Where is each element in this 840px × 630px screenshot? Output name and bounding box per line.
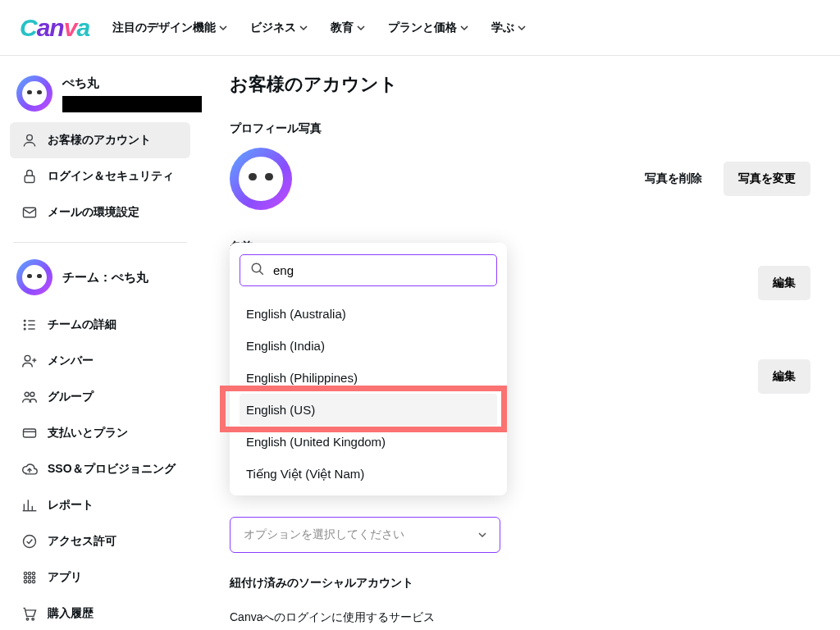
sidebar-item[interactable]: メンバー <box>10 343 190 379</box>
svg-point-13 <box>30 392 34 396</box>
sidebar-item[interactable]: アクセス許可 <box>10 523 190 559</box>
sidebar-item-label: アプリ <box>48 570 82 585</box>
svg-point-29 <box>32 580 34 582</box>
svg-point-5 <box>24 328 25 330</box>
top-nav: 注目のデザイン機能ビジネス教育プランと価格学ぶ <box>112 21 526 35</box>
sidebar-item[interactable]: 支払いとプラン <box>10 415 190 451</box>
option-select[interactable]: オプションを選択してください <box>230 517 500 553</box>
chevron-down-icon <box>478 528 486 541</box>
redacted-bar <box>62 96 202 112</box>
sidebar-item[interactable]: お客様のアカウント <box>10 122 190 158</box>
topnav-item[interactable]: 注目のデザイン機能 <box>112 21 227 35</box>
svg-rect-14 <box>24 429 36 437</box>
svg-point-22 <box>28 572 30 574</box>
cart-icon <box>21 605 38 622</box>
sidebar-item-label: ログイン＆セキュリティ <box>48 169 174 184</box>
search-input[interactable] <box>273 263 486 277</box>
team-avatar <box>16 259 52 295</box>
sidebar-user[interactable]: ぺち丸 <box>10 71 190 122</box>
svg-point-27 <box>24 580 26 582</box>
team-label: チーム：ぺち丸 <box>62 270 148 285</box>
chevron-down-icon <box>219 21 227 34</box>
svg-point-23 <box>32 572 34 574</box>
dropdown-option[interactable]: English (US) <box>240 394 497 426</box>
cloud-icon <box>21 461 38 477</box>
change-photo-button[interactable]: 写真を変更 <box>724 162 810 196</box>
svg-point-20 <box>24 536 36 548</box>
chart-icon <box>21 497 38 514</box>
sidebar-item-label: メンバー <box>48 354 94 368</box>
sidebar-item[interactable]: 購入履歴 <box>10 596 190 630</box>
svg-point-0 <box>27 135 33 140</box>
language-dropdown: English (Australia)English (India)Englis… <box>230 243 507 495</box>
sidebar-item-label: アクセス許可 <box>48 534 116 549</box>
sidebar-item-label: 購入履歴 <box>48 606 94 621</box>
profile-photo-label: プロフィール写真 <box>230 121 810 136</box>
svg-point-24 <box>24 576 26 578</box>
topnav-item[interactable]: プランと価格 <box>388 21 468 35</box>
search-input-wrap[interactable] <box>240 254 497 286</box>
edit-name-button[interactable]: 編集 <box>758 266 810 300</box>
sidebar-item[interactable]: アプリ <box>10 559 190 596</box>
mail-icon <box>21 204 38 221</box>
canva-logo[interactable]: Canva <box>20 14 89 42</box>
card-icon <box>21 425 38 441</box>
topnav-item[interactable]: 教育 <box>331 21 365 35</box>
dropdown-option[interactable]: English (Philippines) <box>240 362 497 394</box>
sidebar-item-label: お客様のアカウント <box>48 133 151 148</box>
svg-point-9 <box>25 355 30 361</box>
sidebar: ぺち丸 お客様のアカウントログイン＆セキュリティメールの環境設定 チーム：ぺち丸… <box>0 56 200 630</box>
profile-avatar <box>230 148 292 210</box>
sidebar-team[interactable]: チーム：ぺち丸 <box>10 254 190 307</box>
sidebar-item[interactable]: ログイン＆セキュリティ <box>10 158 190 194</box>
svg-point-4 <box>24 324 25 326</box>
svg-point-32 <box>252 263 261 272</box>
dropdown-option[interactable]: English (United Kingdom) <box>240 426 497 458</box>
divider <box>13 242 187 243</box>
sidebar-item-label: グループ <box>48 390 94 404</box>
chevron-down-icon <box>460 21 468 34</box>
svg-point-31 <box>32 618 34 620</box>
topnav-item[interactable]: 学ぶ <box>491 21 526 35</box>
sidebar-item-label: 支払いとプラン <box>48 426 128 441</box>
svg-point-21 <box>24 572 26 574</box>
sidebar-item[interactable]: グループ <box>10 379 190 415</box>
dropdown-option[interactable]: Tiếng Việt (Việt Nam) <box>240 458 497 491</box>
chevron-down-icon <box>299 21 308 34</box>
lock-icon <box>21 168 38 185</box>
user-name: ぺち丸 <box>62 75 202 91</box>
search-icon <box>250 262 265 279</box>
dropdown-option[interactable]: English (Australia) <box>240 298 497 330</box>
svg-rect-1 <box>25 176 34 182</box>
top-bar: Canva 注目のデザイン機能ビジネス教育プランと価格学ぶ <box>0 0 840 56</box>
adduser-icon <box>21 353 38 369</box>
svg-point-30 <box>26 618 29 620</box>
svg-point-25 <box>28 576 30 578</box>
svg-point-26 <box>32 576 34 578</box>
check-icon <box>21 533 38 550</box>
sidebar-item-label: レポート <box>48 498 94 513</box>
svg-point-28 <box>28 580 30 582</box>
page-title: お客様のアカウント <box>230 72 810 97</box>
avatar <box>16 75 52 112</box>
main-content: お客様のアカウント プロフィール写真 写真を削除 写真を変更 名前 編集 編集 … <box>200 56 840 630</box>
sidebar-item-label: SSO＆プロビジョニング <box>48 462 176 477</box>
sidebar-item[interactable]: メールの環境設定 <box>10 194 190 231</box>
group-icon <box>21 389 38 405</box>
svg-line-33 <box>259 271 263 275</box>
topnav-item[interactable]: ビジネス <box>250 21 308 35</box>
sidebar-item[interactable]: チームの詳細 <box>10 307 190 343</box>
list-icon <box>21 317 38 333</box>
delete-photo-button[interactable]: 写真を削除 <box>635 163 712 194</box>
sidebar-item[interactable]: SSO＆プロビジョニング <box>10 451 190 487</box>
dropdown-option[interactable]: English (India) <box>240 330 497 362</box>
chevron-down-icon <box>518 21 526 34</box>
sidebar-item[interactable]: レポート <box>10 487 190 523</box>
select-placeholder: オプションを選択してください <box>244 527 404 542</box>
edit-button-2[interactable]: 編集 <box>758 359 810 394</box>
login-service-text: Canvaへのログインに使用するサービス <box>230 610 810 625</box>
social-accounts-label: 紐付け済みのソーシャルアカウント <box>230 576 810 591</box>
svg-point-12 <box>25 392 29 396</box>
chevron-down-icon <box>357 21 365 34</box>
sidebar-item-label: チームの詳細 <box>48 317 116 332</box>
